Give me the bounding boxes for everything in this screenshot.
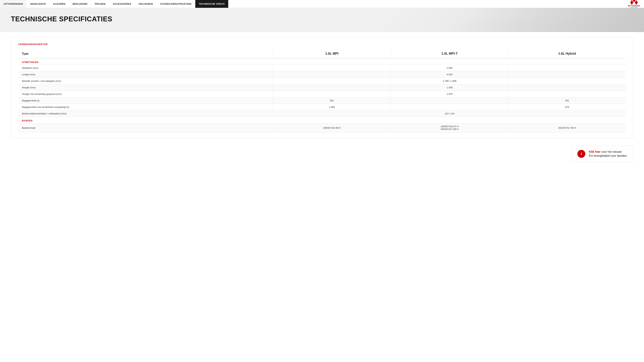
- page-header: TECHNISCHE SPECIFICATIES: [0, 8, 644, 32]
- svg-marker-2: [635, 0, 638, 5]
- row-c2: 195/55 R16 87 H205/45 R17 88 H: [391, 123, 508, 132]
- main-content: VERBRANDINGSMOTOR Type 1.0L MPI 1.0L MPI…: [0, 32, 644, 172]
- row-c2: [391, 97, 508, 104]
- nav-veiligheid[interactable]: VEILIGHEID: [135, 0, 156, 8]
- table-row: Bagageruimte (l) 391 301: [18, 97, 626, 104]
- table-row: Bodemvrijheid (beladen / onbeladen) (mm)…: [18, 110, 626, 117]
- row-label: Bagageruimte (l): [18, 97, 273, 104]
- row-c1: [273, 65, 391, 71]
- col2-header: 1.0L MPI-T: [391, 49, 508, 58]
- energy-label-section: i Klik hier voor het nieuweEU-energielab…: [11, 145, 633, 163]
- row-c2: 1.979: [391, 91, 508, 97]
- svg-marker-1: [630, 0, 633, 5]
- info-icon: i: [577, 150, 585, 158]
- row-c2: 110 / 142: [391, 110, 508, 117]
- row-c1: 185/65 R15 88 H: [273, 123, 391, 132]
- row-c2: 4.053: [391, 71, 508, 78]
- row-c2: 1.439: [391, 84, 508, 91]
- row-c3: [508, 71, 626, 78]
- nav-accessoires[interactable]: ACCESSOIRES: [109, 0, 135, 8]
- table-header-row: Type 1.0L MPI 1.0L MPI-T 1.6L Hybrid: [18, 49, 626, 58]
- section-banden-label: BANDEN: [18, 117, 626, 123]
- table-row: Hoogte met achterklep geopend (mm) 1.979: [18, 91, 626, 97]
- row-label: Lengte (mm): [18, 71, 273, 78]
- table-row: Breedte (zonder / met spiegels) (mm) 1.7…: [18, 78, 626, 84]
- section-afmetingen-label: AFMETINGEN: [18, 58, 626, 65]
- table-row: Bagageruimte met achterbank neergeklapt …: [18, 104, 626, 110]
- row-c2: 2.583: [391, 65, 508, 71]
- row-c2: [391, 104, 508, 110]
- spec-card: VERBRANDINGSMOTOR Type 1.0L MPI 1.0L MPI…: [11, 37, 633, 138]
- row-c1: [273, 78, 391, 84]
- row-label: Hoogte (mm): [18, 84, 273, 91]
- row-label: Hoogte met achterklep geopend (mm): [18, 91, 273, 97]
- row-label: Breedte (zonder / met spiegels) (mm): [18, 78, 273, 84]
- row-c3: [508, 78, 626, 84]
- row-c3: [508, 91, 626, 97]
- page-title: TECHNISCHE SPECIFICATIES: [11, 15, 633, 23]
- row-c3: 205/45 R17 88 H: [508, 123, 626, 132]
- row-c3: [508, 65, 626, 71]
- table-row: Wielbasis (mm) 2.583: [18, 65, 626, 71]
- table-row: Bandenmaat 185/65 R15 88 H 195/55 R16 87…: [18, 123, 626, 132]
- brand-name: MITSUBISHI: [628, 5, 640, 7]
- row-c3: [508, 84, 626, 91]
- row-c1: [273, 84, 391, 91]
- row-c3: 979: [508, 104, 626, 110]
- section-afmetingen-row: AFMETINGEN: [18, 58, 626, 65]
- nav-prijzen[interactable]: PRIJZEN: [91, 0, 109, 8]
- row-c1: 1.069: [273, 104, 391, 110]
- nav-highlights[interactable]: HIGHLIGHTS: [27, 0, 50, 8]
- main-nav: UITVOERINGEN HIGHLIGHTS KLEUREN BEKLEDIN…: [0, 0, 644, 8]
- nav-standaard[interactable]: STANDAARDUITRUSTING: [157, 0, 195, 8]
- energy-label-text: Klik hier voor het nieuweEU-energielabel…: [589, 150, 628, 158]
- row-c1: 391: [273, 97, 391, 104]
- row-label: Wielbasis (mm): [18, 65, 273, 71]
- section-banden-row: BANDEN: [18, 117, 626, 123]
- row-c1: [273, 91, 391, 97]
- brand-logo: MITSUBISHI MOTORS Drive your Ambition: [624, 0, 644, 8]
- row-c2: 1.798 / 1.988: [391, 78, 508, 84]
- row-label: Bagageruimte met achterbank neergeklapt …: [18, 104, 273, 110]
- spec-table: Type 1.0L MPI 1.0L MPI-T 1.6L Hybrid AFM…: [18, 49, 626, 132]
- nav-bekleding[interactable]: BEKLEDING: [69, 0, 91, 8]
- row-label: Bandenmaat: [18, 123, 273, 132]
- row-c3: 301: [508, 97, 626, 104]
- nav-specs[interactable]: TECHNISCHE SPECS: [195, 0, 228, 8]
- energy-label-card[interactable]: i Klik hier voor het nieuweEU-energielab…: [572, 145, 633, 163]
- col-type-header: Type: [18, 49, 273, 58]
- table-row: Hoogte (mm) 1.439: [18, 84, 626, 91]
- energy-label-link[interactable]: Klik hier: [589, 150, 600, 153]
- row-c1: [273, 110, 391, 117]
- nav-kleuren[interactable]: KLEUREN: [50, 0, 69, 8]
- row-c1: [273, 71, 391, 78]
- table-row: Lengte (mm) 4.053: [18, 71, 626, 78]
- col1-header: 1.0L MPI: [273, 49, 391, 58]
- row-c3: [508, 110, 626, 117]
- row-label: Bodemvrijheid (beladen / onbeladen) (mm): [18, 110, 273, 117]
- nav-uitvoeringen[interactable]: UITVOERINGEN: [0, 0, 27, 8]
- section-verbrandingsmotor-label: VERBRANDINGSMOTOR: [18, 43, 626, 46]
- col3-header: 1.6L Hybrid: [508, 49, 626, 58]
